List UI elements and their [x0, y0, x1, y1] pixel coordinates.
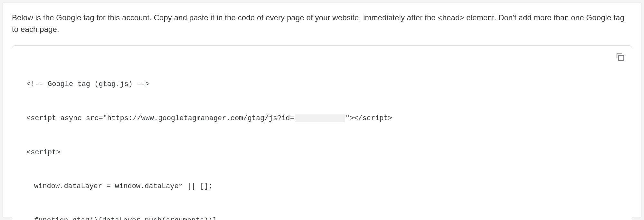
copy-button[interactable]: [614, 52, 626, 63]
code-line: <script>: [26, 147, 618, 158]
code-line: function gtag(){dataLayer.push(arguments…: [26, 215, 618, 220]
copy-icon: [615, 52, 625, 63]
svg-rect-0: [619, 55, 624, 61]
code-line: <script async src="https://www.googletag…: [26, 113, 618, 124]
redacted-id: [295, 114, 345, 122]
code-snippet-box: <!-- Google tag (gtag.js) --> <script as…: [12, 45, 632, 220]
code-content: <!-- Google tag (gtag.js) --> <script as…: [26, 56, 618, 220]
tag-instructions-panel: Below is the Google tag for this account…: [3, 3, 641, 217]
instructions-text: Below is the Google tag for this account…: [12, 12, 632, 35]
code-line: window.dataLayer = window.dataLayer || […: [26, 181, 618, 192]
code-line: <!-- Google tag (gtag.js) -->: [26, 79, 618, 90]
